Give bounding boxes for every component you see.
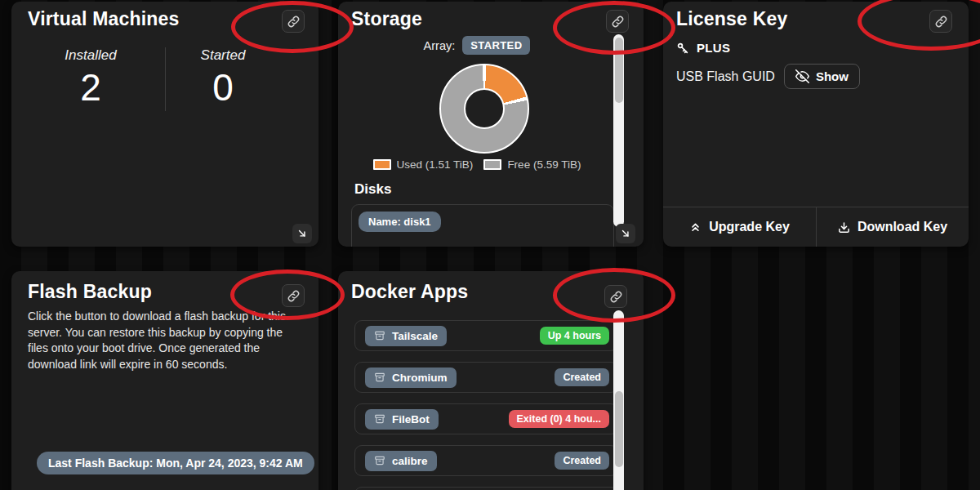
dashboard: Virtual Machines Installed 2 Started 0 S… <box>0 0 980 490</box>
link-icon <box>612 16 624 28</box>
storage-scrollbar[interactable] <box>613 34 624 227</box>
docker-scrollbar[interactable] <box>613 310 624 490</box>
license-key-card: License Key PLUS USB Flash GUID Show <box>663 2 969 247</box>
link-icon <box>287 290 300 302</box>
app-name: calibre <box>392 455 428 467</box>
license-footer: Upgrade Key Download Key <box>663 207 969 247</box>
storage-resize-handle[interactable] <box>616 224 635 243</box>
link-icon <box>935 16 947 28</box>
app-name-badge[interactable]: calibre <box>365 451 437 471</box>
flash-backup-title: Flash Backup <box>28 281 152 303</box>
download-key-button[interactable]: Download Key <box>816 207 969 247</box>
chevron-double-up-icon <box>689 221 702 234</box>
license-tier-row: PLUS <box>676 41 730 55</box>
app-name: Tailscale <box>392 330 438 342</box>
show-guid-button[interactable]: Show <box>784 64 860 89</box>
vm-resize-handle[interactable] <box>292 224 312 243</box>
upgrade-key-label: Upgrade Key <box>709 220 790 234</box>
docker-row-chromium[interactable]: Chromium Created <box>354 362 618 393</box>
disk-name-badge: Name: disk1 <box>359 212 441 232</box>
eye-slash-icon <box>795 69 809 83</box>
archive-box-icon <box>374 455 385 466</box>
disk-row-disk1[interactable]: Name: disk1 <box>351 204 614 247</box>
archive-box-icon <box>374 330 385 341</box>
array-label: Array: <box>424 39 456 52</box>
chart-legend: Used (1.51 TiB) Free (5.59 TiB) <box>338 158 616 171</box>
virtual-machines-card: Virtual Machines Installed 2 Started 0 <box>11 2 318 247</box>
key-icon <box>676 42 689 55</box>
storage-link-button[interactable] <box>606 10 629 33</box>
arrow-down-right-icon <box>296 228 308 239</box>
license-key-title: License Key <box>676 8 787 30</box>
vm-started-label: Started <box>201 47 246 64</box>
storage-title: Storage <box>351 8 422 30</box>
array-status-badge: STARTED <box>462 36 530 55</box>
download-icon <box>838 221 850 234</box>
app-name-badge[interactable]: Chromium <box>365 368 457 388</box>
guid-row: USB Flash GUID Show <box>676 64 860 89</box>
upgrade-key-button[interactable]: Upgrade Key <box>663 207 816 247</box>
vm-installed-label: Installed <box>65 47 116 64</box>
app-name: FileBot <box>392 413 430 425</box>
archive-box-icon <box>374 372 385 383</box>
flash-backup-card: Flash Backup Click the button to downloa… <box>11 271 318 490</box>
last-flash-backup-badge: Last Flash Backup: Mon, Apr 24, 2023, 9:… <box>37 452 314 474</box>
download-key-label: Download Key <box>858 220 947 234</box>
docker-row-filebot[interactable]: FileBot Exited (0) 4 hou... <box>354 403 618 434</box>
vm-started-stat: Started 0 <box>157 47 289 109</box>
flash-backup-description: Click the button to download a flash bac… <box>28 309 296 372</box>
storage-usage-donut-chart <box>439 64 529 154</box>
license-key-link-button[interactable] <box>929 10 952 33</box>
status-badge: Exited (0) 4 hou... <box>509 410 610 429</box>
virtual-machines-link-button[interactable] <box>282 10 305 33</box>
app-name-badge[interactable]: FileBot <box>365 409 439 430</box>
docker-apps-link-button[interactable] <box>604 285 627 308</box>
arrow-down-right-icon <box>620 228 631 239</box>
array-status-row: Array: STARTED <box>338 36 616 55</box>
status-badge: Created <box>555 452 609 470</box>
status-badge: Up 4 hours <box>540 327 609 345</box>
docker-row-tailscale[interactable]: Tailscale Up 4 hours <box>354 320 618 351</box>
docker-row-partial[interactable] <box>354 487 618 490</box>
flash-backup-link-button[interactable] <box>282 284 305 307</box>
legend-item-used: Used (1.51 TiB) <box>373 158 474 171</box>
free-label: Free (5.59 TiB) <box>507 158 581 171</box>
stats-divider <box>165 47 166 111</box>
link-icon <box>610 291 622 303</box>
app-name: Chromium <box>392 372 448 384</box>
vm-installed-stat: Installed 2 <box>24 47 157 109</box>
vm-started-value: 0 <box>212 67 234 109</box>
storage-scrollbar-thumb[interactable] <box>615 38 623 103</box>
status-badge: Created <box>555 368 609 387</box>
docker-apps-title: Docker Apps <box>351 281 468 303</box>
link-icon <box>287 16 300 28</box>
free-swatch <box>483 159 501 170</box>
donut-hole <box>464 88 505 129</box>
used-label: Used (1.51 TiB) <box>397 158 474 171</box>
disks-heading: Disks <box>354 181 391 198</box>
virtual-machines-title: Virtual Machines <box>28 8 180 30</box>
storage-card: Storage Array: STARTED Used (1.51 TiB) F… <box>338 2 644 247</box>
docker-apps-card: Docker Apps Tailscale Up 4 hours Chromiu… <box>338 271 644 490</box>
used-swatch <box>373 159 391 170</box>
docker-scrollbar-thumb[interactable] <box>615 391 623 467</box>
license-tier-label: PLUS <box>697 41 730 55</box>
legend-item-free: Free (5.59 TiB) <box>483 158 581 171</box>
archive-box-icon <box>374 413 385 425</box>
show-button-label: Show <box>816 69 849 83</box>
docker-row-calibre[interactable]: calibre Created <box>354 445 618 476</box>
app-name-badge[interactable]: Tailscale <box>365 326 447 346</box>
vm-installed-value: 2 <box>80 67 101 109</box>
guid-label: USB Flash GUID <box>676 69 775 84</box>
